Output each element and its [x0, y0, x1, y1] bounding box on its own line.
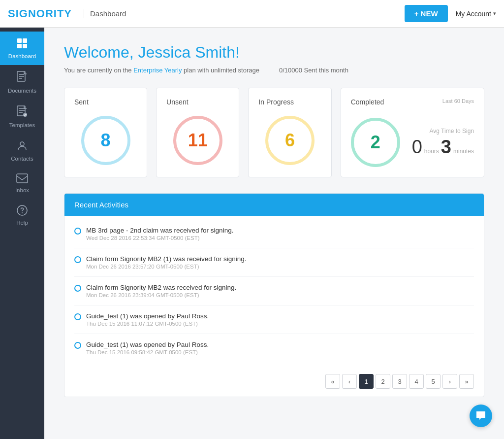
sidebar-item-dashboard[interactable]: Dashboard — [0, 32, 44, 65]
inbox-icon — [16, 173, 28, 185]
stat-label-completed: Completed — [351, 98, 384, 106]
activity-time: Mon Dec 26 2016 23:57:20 GMT-0500 (EST) — [86, 264, 247, 270]
page-first-button[interactable]: « — [325, 374, 340, 389]
dashboard-icon — [16, 37, 28, 51]
sidebar-label-inbox: Inbox — [15, 187, 29, 193]
documents-icon — [17, 71, 28, 86]
page-prev-button[interactable]: ‹ — [342, 374, 357, 389]
stat-card-inprogress: In Progress 6 — [248, 88, 331, 177]
welcome-title: Welcome, Jessica Smith! — [64, 43, 484, 62]
stat-circle-wrap-sent: 8 — [74, 114, 137, 167]
recent-activities-section: Recent Activities MB 3rd page - 2nd clai… — [64, 193, 484, 397]
activity-time: Thu Dec 15 2016 11:07:12 GMT-0500 (EST) — [86, 321, 209, 327]
avg-sign-block: Avg Time to Sign 0 hours 3 minutes — [412, 128, 474, 158]
activity-list: MB 3rd page - 2nd claim was received for… — [64, 216, 484, 366]
header: SIGNORITY Dashboard + NEW My Account ▾ — [0, 0, 504, 28]
activity-text: Guide_test (1) was opened by Paul Ross. — [86, 341, 209, 348]
list-item: MB 3rd page - 2nd claim was received for… — [74, 220, 474, 248]
logo-ority: ORITY — [36, 7, 72, 20]
page-last-button[interactable]: » — [459, 374, 474, 389]
stat-label-unsent: Unsent — [166, 98, 229, 106]
completed-content: 2 Avg Time to Sign 0 hours 3 minutes — [351, 118, 474, 167]
page-1-button[interactable]: 1 — [359, 374, 374, 389]
svg-point-10 — [22, 212, 23, 213]
activity-dot — [74, 256, 81, 263]
plan-info: You are currently on the Enterprise Year… — [64, 67, 484, 74]
plan-prefix: You are currently on the — [64, 67, 133, 74]
stat-card-completed: Completed Last 60 Days 2 Avg Time to Sig… — [341, 88, 484, 177]
chat-bubble[interactable] — [470, 405, 492, 427]
activity-content: Claim form Signority MB2 was received fo… — [86, 284, 236, 298]
main-content: Welcome, Jessica Smith! You are currentl… — [44, 28, 504, 439]
activity-content: Guide_test (1) was opened by Paul Ross. … — [86, 341, 209, 355]
activity-dot — [74, 228, 81, 235]
header-title: Dashboard — [84, 9, 397, 18]
stat-label-inprogress: In Progress — [258, 98, 321, 106]
list-item: Guide_test (1) was opened by Paul Ross. … — [74, 305, 474, 334]
page-4-button[interactable]: 4 — [409, 374, 424, 389]
contacts-icon — [16, 140, 28, 154]
my-account-menu[interactable]: My Account ▾ — [456, 10, 496, 18]
avg-minutes: 3 — [441, 136, 451, 158]
activity-time: Mon Dec 26 2016 23:39:04 GMT-0500 (EST) — [86, 292, 236, 298]
sidebar-label-dashboard: Dashboard — [8, 53, 36, 59]
activity-dot — [74, 342, 81, 349]
stat-circle-completed: 2 — [351, 118, 400, 167]
avg-sign-label: Avg Time to Sign — [412, 128, 474, 135]
sidebar-label-templates: Templates — [9, 122, 35, 128]
avg-sign-time: 0 hours 3 minutes — [412, 136, 474, 158]
stat-circle-inprogress: 6 — [265, 116, 315, 165]
svg-point-7 — [20, 142, 24, 146]
activity-content: Guide_test (1) was opened by Paul Ross. … — [86, 312, 209, 327]
activity-text: Guide_test (1) was opened by Paul Ross. — [86, 312, 209, 320]
activity-time: Thu Dec 15 2016 09:58:42 GMT-0500 (EST) — [86, 349, 209, 355]
pagination: « ‹ 1 2 3 4 5 › » — [64, 366, 484, 397]
svg-rect-2 — [17, 44, 22, 48]
stat-card-sent: Sent 8 — [64, 88, 147, 177]
sidebar-item-inbox[interactable]: Inbox — [0, 168, 44, 199]
sidebar-label-contacts: Contacts — [11, 156, 33, 162]
list-item: Guide_test (1) was opened by Paul Ross. … — [74, 334, 474, 362]
activity-time: Wed Dec 28 2016 22:53:34 GMT-0500 (EST) — [86, 235, 233, 241]
avg-hours: 0 — [412, 136, 422, 158]
help-icon — [17, 205, 28, 218]
page-2-button[interactable]: 2 — [376, 374, 390, 389]
page-3-button[interactable]: 3 — [392, 374, 407, 389]
sidebar-item-templates[interactable]: Templates — [0, 100, 44, 134]
sidebar-item-documents[interactable]: Documents — [0, 65, 44, 100]
chevron-down-icon: ▾ — [493, 10, 496, 17]
layout: Dashboard Documents — [0, 28, 504, 439]
list-item: Claim form Signority MB2 was received fo… — [74, 277, 474, 305]
stat-circle-sent: 8 — [81, 116, 130, 165]
plan-suffix: plan with unlimited storage — [182, 67, 259, 74]
stat-circle-wrap-unsent: 11 — [166, 114, 229, 167]
sidebar-label-help: Help — [16, 220, 28, 226]
logo-sign: SIGN — [8, 7, 36, 20]
activity-text: Claim form Signority MB2 (1) was receive… — [86, 255, 247, 263]
logo: SIGNORITY — [8, 7, 72, 20]
svg-point-6 — [23, 113, 27, 117]
list-item: Claim form Signority MB2 (1) was receive… — [74, 248, 474, 277]
sidebar-label-documents: Documents — [8, 88, 36, 94]
page-next-button[interactable]: › — [442, 374, 457, 389]
last60-label: Last 60 Days — [442, 98, 474, 104]
activity-text: MB 3rd page - 2nd claim was received for… — [86, 227, 233, 234]
plan-link[interactable]: Enterprise Yearly — [133, 67, 182, 74]
svg-rect-0 — [17, 38, 22, 43]
templates-icon — [17, 105, 28, 120]
sidebar-item-help[interactable]: Help — [0, 199, 44, 232]
plan-text-wrap: You are currently on the Enterprise Year… — [64, 67, 259, 74]
activity-dot — [74, 313, 81, 320]
svg-rect-3 — [23, 44, 27, 48]
svg-rect-8 — [17, 174, 28, 183]
stat-circle-unsent: 11 — [173, 116, 222, 165]
activity-text: Claim form Signority MB2 was received fo… — [86, 284, 236, 291]
avg-minutes-unit: minutes — [453, 148, 474, 155]
sidebar-item-contacts[interactable]: Contacts — [0, 134, 44, 168]
sent-month: 0/10000 Sent this month — [279, 67, 348, 74]
stats-row: Sent 8 Unsent 11 In Progress 6 — [64, 88, 484, 177]
activity-content: MB 3rd page - 2nd claim was received for… — [86, 227, 233, 241]
page-5-button[interactable]: 5 — [426, 374, 441, 389]
new-button[interactable]: + NEW — [405, 5, 448, 22]
svg-rect-1 — [23, 38, 27, 43]
